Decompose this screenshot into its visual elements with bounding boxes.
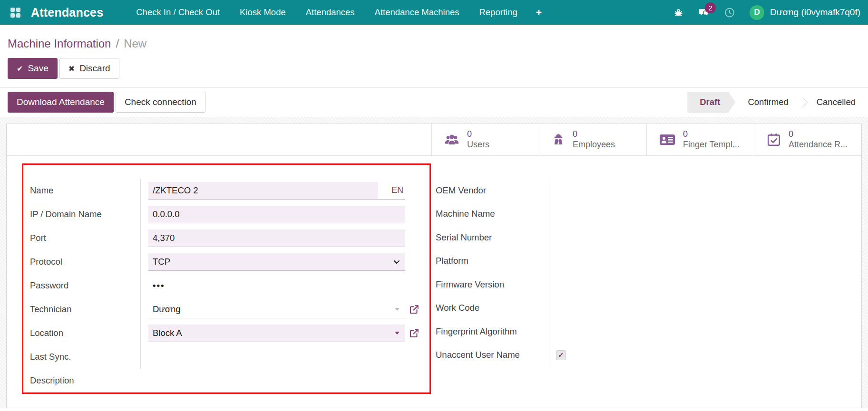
field-label: Unaccent User Name [436, 350, 549, 360]
record-controls: ✔ Save ✖ Discard [0, 50, 868, 79]
translate-lang-badge[interactable]: EN [378, 182, 405, 199]
menu-attendances[interactable]: Attendances [296, 0, 365, 25]
field-label: IP / Domain Name [30, 209, 140, 220]
serial-number-value[interactable] [549, 226, 861, 249]
field-label: Work Code [436, 303, 549, 313]
field-label: Description [30, 375, 140, 386]
field-label: Machine Name [436, 209, 549, 219]
annotation-red-box: Name /ZKTECO 2 EN IP / Domain Name 0.0.0… [22, 163, 431, 394]
field-row-ip: IP / Domain Name 0.0.0.0 [30, 202, 423, 226]
stat-value: 0 [789, 129, 848, 140]
menu-reporting[interactable]: Reporting [469, 0, 527, 25]
field-label: Serial Number [436, 232, 549, 243]
unaccent-checkbox[interactable]: ✓ [556, 350, 566, 360]
field-row-technician: Technician Dương [30, 297, 423, 321]
status-cancelled[interactable]: Cancelled [804, 92, 868, 113]
name-input[interactable]: /ZKTECO 2 [148, 182, 378, 199]
users-icon [444, 134, 459, 146]
ip-domain-input[interactable]: 0.0.0.0 [148, 206, 405, 223]
breadcrumb-current: New [124, 37, 146, 50]
save-button[interactable]: ✔ Save [8, 58, 58, 79]
field-label: Name [30, 185, 140, 196]
dropdown-caret-icon[interactable] [395, 332, 400, 335]
breadcrumb-parent[interactable]: Machine Information [8, 37, 111, 50]
field-row-serial-number: Serial Number [436, 226, 861, 249]
stat-value: 0 [467, 129, 489, 140]
firmware-version-value[interactable] [549, 273, 861, 296]
avatar: D [750, 5, 764, 20]
field-row-location: Location Block A [30, 321, 423, 345]
app-title[interactable]: Attendances [31, 6, 103, 19]
menu-kiosk-mode[interactable]: Kiosk Mode [230, 0, 296, 25]
user-menu[interactable]: D Dương (i0vymafk7q0f) [750, 5, 860, 20]
discard-button[interactable]: ✖ Discard [59, 58, 119, 79]
technician-many2one[interactable]: Dương [148, 301, 405, 318]
status-confirmed[interactable]: Confirmed [735, 92, 800, 113]
oem-vendor-value[interactable] [549, 179, 861, 202]
protocol-select[interactable]: TCP [148, 253, 405, 271]
platform-value[interactable] [549, 249, 861, 273]
field-row-work-code: Work Code [436, 296, 861, 320]
field-row-oem-vendor: OEM Vendor [436, 179, 861, 202]
stat-label: Attendance R... [789, 140, 848, 150]
technician-external-link-icon[interactable] [409, 304, 419, 315]
statusbar: Draft Confirmed Cancelled [687, 92, 868, 113]
field-row-machine-name: Machine Name [436, 202, 861, 226]
form-right-group: OEM Vendor Machine Name Serial Number Pl… [436, 179, 861, 367]
location-external-link-icon[interactable] [409, 328, 419, 338]
apps-menu-icon[interactable] [10, 8, 20, 18]
field-label: Last Sync. [30, 352, 140, 362]
password-input[interactable]: ••• [148, 280, 165, 291]
stat-label: Finger Templ... [683, 140, 740, 150]
check-connection-button[interactable]: Check connection [116, 92, 205, 113]
download-attendance-button[interactable]: Download Attendance [8, 92, 114, 113]
field-label: Port [30, 233, 140, 243]
field-label: Password [30, 280, 140, 291]
machine-name-value[interactable] [549, 202, 861, 226]
status-draft[interactable]: Draft [687, 92, 735, 113]
stat-button-employees[interactable]: 0 Employees [539, 124, 646, 155]
fingerprint-algorithm-value[interactable] [549, 320, 861, 344]
menu-attendance-machines[interactable]: Attendance Machines [365, 0, 469, 25]
port-input[interactable]: 4,370 [148, 229, 405, 247]
field-row-port: Port 4,370 [30, 226, 423, 250]
stat-button-attendance-records[interactable]: 0 Attendance R... [754, 124, 861, 155]
checkbox-check-icon: ✓ [558, 351, 564, 359]
field-row-platform: Platform [436, 249, 861, 273]
calendar-check-icon [767, 133, 781, 147]
field-row-protocol: Protocol TCP [30, 250, 423, 274]
field-row-password: Password ••• [30, 274, 423, 297]
breadcrumb-separator: / [116, 37, 119, 50]
field-label: OEM Vendor [436, 185, 549, 196]
menu-check-in-out[interactable]: Check In / Check Out [126, 0, 230, 25]
stat-value: 0 [573, 129, 615, 140]
close-icon: ✖ [68, 64, 75, 73]
stat-label: Employees [573, 140, 615, 150]
field-label: Location [30, 328, 140, 338]
field-label: Protocol [30, 257, 140, 267]
field-label: Platform [436, 256, 549, 266]
stat-label: Users [467, 140, 489, 150]
menu-plus-button[interactable]: + [527, 1, 550, 24]
field-label: Firmware Version [436, 279, 549, 290]
form-area: Name /ZKTECO 2 EN IP / Domain Name 0.0.0… [7, 156, 861, 394]
messages-icon[interactable]: 2 [698, 7, 710, 18]
activities-clock-icon[interactable] [724, 7, 735, 18]
chevron-down-icon [393, 258, 400, 266]
id-card-icon [659, 134, 675, 146]
user-name: Dương (i0vymafk7q0f) [770, 7, 860, 18]
stat-button-users[interactable]: 0 Users [431, 124, 539, 155]
employee-icon [552, 133, 565, 146]
location-many2one[interactable]: Block A [148, 325, 405, 342]
stat-button-finger-templates[interactable]: 0 Finger Templ... [646, 124, 754, 155]
stat-value: 0 [683, 129, 740, 140]
field-row-name: Name /ZKTECO 2 EN [30, 179, 423, 202]
description-input[interactable] [148, 372, 405, 390]
dropdown-caret-icon[interactable] [395, 308, 400, 311]
breadcrumb: Machine Information / New [0, 25, 868, 50]
message-count-badge: 2 [705, 2, 716, 13]
work-code-value[interactable] [549, 296, 861, 320]
field-row-firmware-version: Firmware Version [436, 273, 861, 296]
debug-bug-icon[interactable] [673, 7, 684, 18]
top-navbar: Attendances Check In / Check Out Kiosk M… [0, 0, 868, 25]
